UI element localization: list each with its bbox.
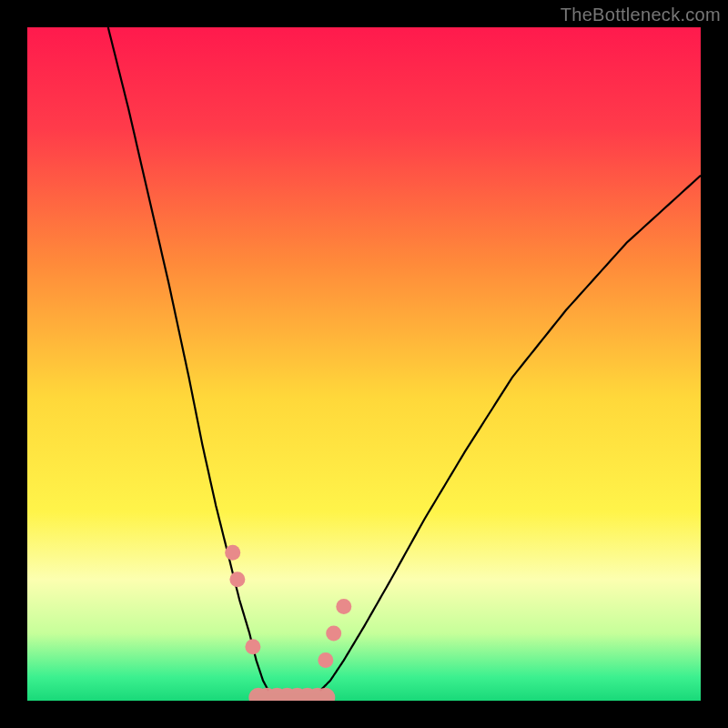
marker-dot bbox=[318, 652, 333, 668]
marker-dot bbox=[336, 599, 351, 614]
marker-dot bbox=[225, 545, 240, 561]
marker-dot bbox=[229, 571, 245, 587]
bottom-marker-lumps bbox=[248, 688, 335, 701]
chart-frame bbox=[27, 27, 701, 701]
marker-dot bbox=[326, 626, 341, 642]
bottleneck-chart bbox=[27, 27, 701, 701]
watermark-text: TheBottleneck.com bbox=[561, 5, 721, 25]
marker-dot bbox=[245, 639, 260, 654]
gradient-background bbox=[27, 27, 701, 701]
